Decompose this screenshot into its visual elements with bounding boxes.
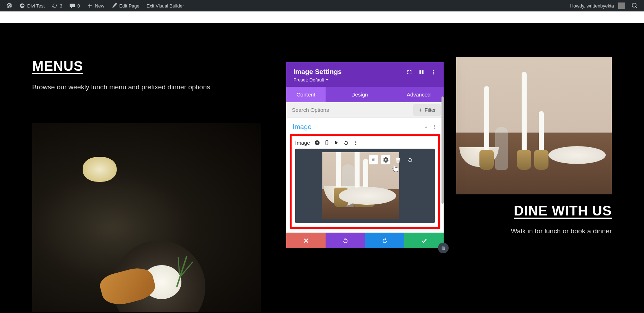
highlight-box: Image AI: [290, 134, 440, 229]
svg-point-5: [434, 128, 435, 129]
section-more-icon[interactable]: [432, 124, 437, 129]
image-settings-modal: Image Settings Preset: Default Content D…: [286, 62, 444, 248]
delete-button[interactable]: [393, 155, 402, 164]
search-toggle[interactable]: [628, 0, 641, 11]
expand-icon[interactable]: [406, 69, 412, 75]
svg-point-7: [326, 144, 327, 145]
tab-content[interactable]: Content: [286, 87, 326, 102]
search-row: Filter: [286, 102, 444, 118]
dine-sub: Walk in for lunch or book a dinner: [456, 227, 612, 235]
device-icon[interactable]: [324, 140, 330, 145]
modal-tabs: Content Design Advanced: [286, 87, 444, 102]
image-overlay-toolbar: AI: [369, 155, 415, 164]
section-title: Image: [293, 123, 420, 131]
menus-sub: Browse our weekly lunch menu and prefixe…: [32, 83, 261, 91]
save-button[interactable]: [404, 233, 444, 248]
comments-link[interactable]: 0: [66, 0, 83, 11]
svg-point-10: [355, 144, 356, 145]
white-strip: [0, 11, 644, 23]
table-illustration: [456, 57, 612, 194]
tab-advanced[interactable]: Advanced: [394, 87, 444, 102]
exit-builder-link[interactable]: Exit Visual Builder: [143, 0, 188, 11]
left-food-image[interactable]: [32, 123, 261, 312]
svg-point-0: [433, 70, 434, 71]
comments-count: 0: [77, 3, 80, 9]
scrollbar[interactable]: [441, 96, 444, 204]
section-header[interactable]: Image: [286, 118, 444, 134]
edit-page-link[interactable]: Edit Page: [108, 0, 143, 11]
modal-actions: [286, 233, 444, 248]
right-text-block: DINE WITH US Walk in for lunch or book a…: [456, 203, 612, 235]
image-preview[interactable]: AI: [295, 149, 435, 223]
preset-dropdown[interactable]: Preset: Default: [293, 77, 406, 83]
modal-title: Image Settings: [293, 68, 406, 76]
cursor-pointer-icon: [392, 164, 399, 172]
site-name: Divi Test: [27, 3, 45, 9]
filter-button[interactable]: Filter: [413, 104, 441, 116]
svg-point-1: [433, 71, 434, 73]
page-canvas: MENUS Browse our weekly lunch menu and p…: [0, 23, 644, 313]
svg-point-3: [434, 125, 435, 126]
tab-design[interactable]: Design: [326, 87, 394, 102]
chevron-up-icon[interactable]: [424, 124, 429, 129]
columns-icon[interactable]: [419, 69, 424, 75]
howdy-link[interactable]: Howdy, writtenbyekta: [566, 0, 628, 11]
field-label: Image: [295, 140, 310, 146]
svg-point-2: [433, 73, 434, 74]
svg-point-9: [355, 142, 356, 143]
undo-button[interactable]: [405, 155, 415, 164]
dine-heading: DINE WITH US: [456, 203, 612, 219]
left-text-block: MENUS Browse our weekly lunch menu and p…: [32, 59, 261, 91]
modal-header[interactable]: Image Settings Preset: Default: [286, 62, 444, 87]
updates-link[interactable]: 3: [48, 0, 66, 11]
food-illustration: [32, 123, 261, 312]
reset-icon[interactable]: [343, 140, 349, 145]
wp-logo[interactable]: [3, 0, 16, 11]
ai-button[interactable]: AI: [369, 155, 378, 164]
menus-heading: MENUS: [32, 59, 261, 74]
cancel-button[interactable]: [286, 233, 326, 248]
field-more-icon[interactable]: [353, 140, 358, 145]
help-icon[interactable]: [314, 140, 320, 145]
site-name-link[interactable]: Divi Test: [16, 0, 48, 11]
more-icon[interactable]: [431, 69, 436, 75]
avatar: [618, 3, 625, 9]
field-label-row: Image: [295, 138, 435, 149]
right-table-image[interactable]: [456, 57, 612, 194]
wp-admin-bar: Divi Test 3 0 New Edit Page Exit Visual …: [0, 0, 644, 11]
modal-redo-button[interactable]: [365, 233, 404, 248]
search-input[interactable]: [286, 102, 410, 118]
hover-icon[interactable]: [334, 140, 339, 145]
modal-undo-button[interactable]: [326, 233, 365, 248]
updates-count: 3: [60, 3, 62, 9]
settings-button[interactable]: [381, 155, 390, 164]
svg-point-8: [355, 141, 356, 142]
resize-handle[interactable]: [438, 243, 449, 253]
new-link[interactable]: New: [83, 0, 108, 11]
svg-point-4: [434, 126, 435, 128]
